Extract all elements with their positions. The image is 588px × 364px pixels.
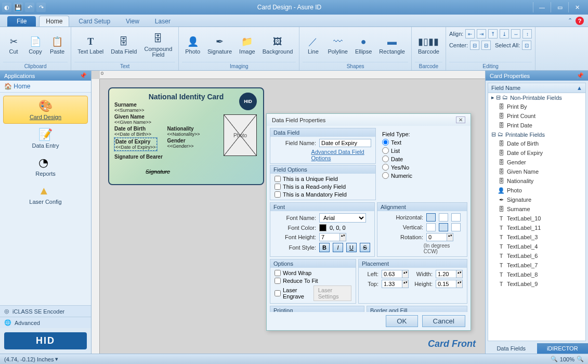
wordwrap-checkbox[interactable]: Word Wrap: [275, 270, 351, 276]
ft-date-radio[interactable]: Date: [382, 155, 463, 162]
tree-item[interactable]: ✒Signature: [488, 195, 585, 204]
cut-button[interactable]: ✂Cut: [3, 34, 24, 56]
tree-item[interactable]: 🗄Given Name: [488, 167, 585, 176]
height-input[interactable]: [436, 280, 456, 288]
color-swatch[interactable]: [319, 224, 326, 231]
minimize-button[interactable]: —: [533, 2, 551, 12]
zoom-level[interactable]: 100%: [560, 356, 574, 362]
nav-reports[interactable]: ◔Reports: [3, 153, 88, 180]
width-input[interactable]: [436, 270, 456, 278]
tree-item[interactable]: TTextLabel_8: [488, 270, 585, 279]
laser-tab[interactable]: Laser: [149, 16, 177, 27]
halign-right[interactable]: [451, 213, 461, 222]
nav-home[interactable]: 🏠 Home: [0, 81, 91, 93]
mandatory-checkbox[interactable]: This is a Mandatory Field: [275, 191, 371, 198]
tree-item[interactable]: 👤Photo: [488, 186, 585, 195]
save-icon[interactable]: 💾: [14, 3, 23, 12]
readonly-checkbox[interactable]: This is a Read-only Field: [275, 184, 371, 190]
home-tab[interactable]: Home: [39, 16, 69, 27]
maximize-button[interactable]: ▭: [551, 2, 568, 12]
textlabel-button[interactable]: TText Label: [74, 34, 107, 56]
tree-item[interactable]: 🗄Surname: [488, 204, 585, 214]
field-doe-selected[interactable]: Date of Expiry<<Date of Expiry>>: [114, 138, 157, 151]
align-right-button[interactable]: ⇥: [477, 29, 486, 38]
valign-top[interactable]: [426, 223, 436, 231]
nav-data-entry[interactable]: 📝Data Entry: [3, 125, 88, 152]
ft-yesno-radio[interactable]: Yes/No: [382, 164, 463, 171]
font-name-select[interactable]: Arial: [319, 213, 366, 223]
card-preview[interactable]: National Identity Card HID Surname<<Surn…: [108, 87, 264, 185]
background-button[interactable]: 🖼Background: [259, 34, 296, 56]
cancel-button[interactable]: Cancel: [422, 315, 466, 327]
tree-item[interactable]: 🗄Print Date: [488, 121, 585, 130]
app-menu-icon[interactable]: ◐: [2, 3, 11, 12]
distribute-v-button[interactable]: ↕: [522, 29, 532, 38]
nav-iclass[interactable]: ◎iCLASS SE Encoder: [0, 305, 91, 317]
photo-placeholder[interactable]: Photo: [224, 114, 257, 156]
rotation-input[interactable]: [426, 233, 447, 241]
tree-item[interactable]: TTextLabel_9: [488, 279, 585, 289]
top-input[interactable]: [382, 280, 402, 288]
tree-group-nonprintable[interactable]: ▸ ⊟ 🗂 Non-Printable Fields: [488, 93, 585, 102]
underline-button[interactable]: U: [346, 243, 357, 252]
view-tab[interactable]: View: [120, 16, 146, 27]
tree-item[interactable]: TTextLabel_10: [488, 214, 585, 223]
bold-button[interactable]: B: [319, 243, 330, 252]
advanced-options-link[interactable]: Advanced Data Field Options: [311, 149, 371, 161]
photo-button[interactable]: 👤Photo: [182, 34, 203, 56]
nav-card-design[interactable]: 🎨Card Design: [3, 96, 88, 124]
ft-list-radio[interactable]: List: [382, 147, 463, 154]
font-height-input[interactable]: [319, 233, 340, 241]
cardsetup-tab[interactable]: Card Setup: [72, 16, 116, 27]
nav-advanced[interactable]: 🌐Advanced: [0, 317, 91, 328]
spin-icon[interactable]: ▴▾: [340, 233, 346, 241]
tree-item[interactable]: 🗄Print By: [488, 102, 585, 111]
left-input[interactable]: [382, 270, 402, 278]
selectall-button[interactable]: ⊡: [522, 41, 531, 50]
tree-item[interactable]: 🗄Date of Expiry: [488, 148, 585, 158]
tree-item[interactable]: TTextLabel_6: [488, 251, 585, 261]
panel-pin-icon[interactable]: 📌: [577, 72, 584, 79]
status-units[interactable]: Inches: [37, 356, 54, 362]
zoom-in-icon[interactable]: 🔍: [577, 356, 584, 362]
valign-mid[interactable]: [439, 223, 448, 231]
tree-item[interactable]: TTextLabel_7: [488, 261, 585, 270]
center-v-button[interactable]: ⊟: [481, 41, 491, 50]
tree-item[interactable]: 🗄Nationality: [488, 176, 585, 186]
halign-left[interactable]: [426, 213, 436, 222]
ellipse-button[interactable]: ●Ellipse: [352, 34, 375, 56]
ribbon-collapse-icon[interactable]: ⌃: [568, 17, 572, 24]
rectangle-button[interactable]: ▬Rectangle: [376, 34, 408, 56]
ok-button[interactable]: OK: [386, 315, 417, 327]
field-tree[interactable]: Field Name▲ ▸ ⊟ 🗂 Non-Printable Fields 🗄…: [488, 83, 586, 341]
field-name-input[interactable]: [319, 139, 371, 147]
spin-icon[interactable]: ▴▾: [447, 233, 453, 241]
barcode-button[interactable]: ▮▯▮▮Barcode: [415, 34, 442, 56]
close-button[interactable]: ✕: [568, 2, 586, 12]
field-dob[interactable]: Date of Birth<<Date of Birth>>: [114, 126, 157, 137]
datafield-button[interactable]: 🗄Data Field: [108, 34, 140, 56]
undo-icon[interactable]: ↶: [25, 3, 34, 12]
nav-laser-config[interactable]: ▲Laser Config: [3, 181, 88, 208]
image-button[interactable]: 📁Image: [236, 34, 258, 56]
align-top-button[interactable]: ⤒: [488, 29, 498, 38]
italic-button[interactable]: I: [333, 243, 343, 252]
halign-center[interactable]: [439, 213, 448, 222]
tree-item[interactable]: 🗄Gender: [488, 158, 585, 167]
distribute-h-button[interactable]: ↔: [511, 29, 520, 38]
reducefit-checkbox[interactable]: Reduce To Fit: [275, 278, 351, 284]
field-nat[interactable]: Nationality<<Nationality>>: [167, 126, 200, 137]
signature-button[interactable]: ✒Signature: [204, 34, 235, 56]
tree-item[interactable]: 🗄Print Count: [488, 111, 585, 121]
compound-button[interactable]: 🗄Compound Field: [141, 32, 175, 59]
polyline-button[interactable]: 〰Polyline: [324, 34, 351, 56]
panel-pin-icon[interactable]: 📌: [80, 72, 87, 79]
sort-icon[interactable]: ▲: [577, 85, 582, 91]
field-gender[interactable]: Gender<<Gender>>: [167, 138, 200, 149]
field-surname[interactable]: Surname<<Surname>>: [114, 102, 258, 113]
tab-data-fields[interactable]: Data Fields: [486, 343, 537, 354]
zoom-out-icon[interactable]: 🔍: [551, 356, 558, 362]
copy-button[interactable]: 📄Copy: [25, 34, 46, 56]
laser-checkbox[interactable]: Laser Engrave: [275, 287, 310, 300]
line-button[interactable]: ／Line: [303, 34, 323, 56]
